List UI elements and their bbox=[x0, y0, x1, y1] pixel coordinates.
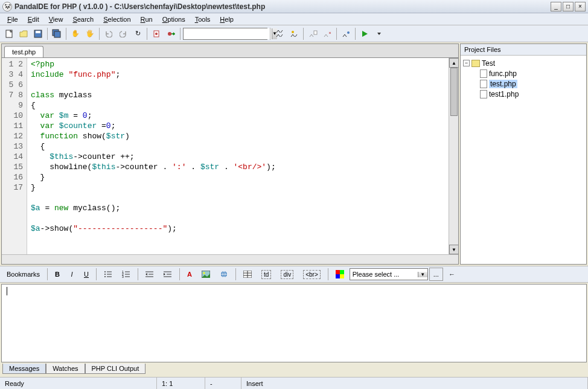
bookmark-go-button[interactable] bbox=[164, 27, 177, 40]
editor-pane: test.php 1 2 3 4 5 6 7 8 9 10 11 12 13 1… bbox=[1, 43, 459, 265]
hand-tool-alt-button[interactable]: 🖐 bbox=[83, 27, 97, 40]
tree-file-label: func.php bbox=[489, 69, 517, 78]
editor-tab-test-php[interactable]: test.php bbox=[4, 46, 43, 57]
code-area[interactable]: <?phpinclude "func.php"; class myclass{ … bbox=[27, 58, 449, 254]
menu-help[interactable]: Help bbox=[215, 14, 238, 24]
bookmark-button[interactable] bbox=[150, 27, 163, 40]
bottom-tabs: MessagesWatchesPHP CLI Output bbox=[0, 364, 588, 377]
new-file-button[interactable] bbox=[2, 27, 16, 40]
snippet-dropdown-button[interactable]: ▼ bbox=[418, 272, 427, 277]
tree-file[interactable]: func.php bbox=[463, 68, 584, 79]
td-tag-button[interactable]: td bbox=[257, 268, 275, 281]
run-menu-button[interactable] bbox=[372, 27, 386, 40]
number-list-button[interactable]: 123 bbox=[118, 268, 135, 281]
underline-button[interactable]: U bbox=[80, 268, 93, 281]
close-button[interactable]: × bbox=[575, 2, 586, 11]
collapse-icon[interactable]: − bbox=[463, 60, 470, 66]
file-icon bbox=[480, 80, 487, 88]
menu-run[interactable]: Run bbox=[136, 14, 158, 24]
menu-file[interactable]: File bbox=[2, 14, 23, 24]
find-replace-button[interactable] bbox=[339, 27, 353, 40]
svg-rect-40 bbox=[336, 274, 340, 278]
table-button[interactable] bbox=[239, 268, 256, 281]
menu-view[interactable]: View bbox=[44, 14, 68, 24]
bullet-list-button[interactable] bbox=[100, 268, 117, 281]
svg-rect-4 bbox=[54, 31, 60, 37]
svg-point-7 bbox=[168, 32, 171, 36]
color-picker-button[interactable] bbox=[331, 268, 348, 281]
find-in-files-button[interactable] bbox=[306, 27, 319, 40]
back-nav-button[interactable]: ← bbox=[444, 268, 459, 281]
save-button[interactable] bbox=[31, 27, 45, 40]
output-area[interactable] bbox=[1, 284, 587, 362]
svg-point-30 bbox=[203, 272, 205, 274]
status-dash: - bbox=[205, 378, 241, 389]
app-icon: 🐼 bbox=[2, 2, 12, 11]
tree-root-label: Test bbox=[482, 59, 495, 68]
run-button[interactable] bbox=[358, 27, 371, 40]
search-combo[interactable]: ▼ bbox=[183, 28, 267, 40]
title-bar: 🐼 PandaIDE for PHP ( v1.0.0 ) - C:\Users… bbox=[0, 0, 588, 13]
italic-button[interactable]: I bbox=[65, 268, 78, 281]
horizontal-scrollbar[interactable] bbox=[2, 254, 458, 264]
indent-button[interactable] bbox=[159, 268, 176, 281]
tree-file[interactable]: test1.php bbox=[463, 89, 584, 99]
div-tag-button[interactable]: div bbox=[276, 268, 298, 281]
menu-tools[interactable]: Tools bbox=[190, 14, 216, 24]
scroll-thumb[interactable] bbox=[450, 68, 458, 116]
menu-options[interactable]: Options bbox=[158, 14, 190, 24]
find-button[interactable] bbox=[273, 27, 286, 40]
save-all-button[interactable] bbox=[50, 27, 63, 40]
reload-button[interactable]: ↻ bbox=[131, 27, 144, 40]
minimize-button[interactable]: _ bbox=[551, 2, 561, 11]
vertical-scrollbar[interactable]: ▲ ▼ bbox=[449, 58, 458, 254]
redo-button[interactable] bbox=[117, 27, 130, 40]
menu-edit[interactable]: Edit bbox=[23, 14, 44, 24]
file-icon bbox=[480, 69, 487, 78]
bookmarks-button[interactable]: Bookmarks bbox=[2, 268, 44, 281]
svg-point-13 bbox=[104, 274, 106, 275]
folder-icon bbox=[471, 60, 480, 67]
line-gutter: 1 2 3 4 5 6 7 8 9 10 11 12 13 14 15 16 1… bbox=[2, 58, 27, 254]
svg-rect-9 bbox=[314, 31, 317, 34]
snippet-select[interactable]: Please select ... ▼ bbox=[350, 268, 428, 280]
svg-rect-39 bbox=[340, 270, 344, 274]
tree-file[interactable]: test.php bbox=[463, 79, 584, 89]
link-button[interactable] bbox=[216, 268, 232, 281]
svg-rect-2 bbox=[36, 31, 40, 33]
status-mode: Insert bbox=[241, 378, 588, 389]
more-button[interactable]: ... bbox=[429, 268, 443, 281]
hand-tool-button[interactable]: ✋ bbox=[69, 27, 82, 40]
svg-point-6 bbox=[155, 33, 158, 35]
font-color-button[interactable]: A bbox=[183, 268, 196, 281]
replace-button[interactable] bbox=[321, 27, 334, 40]
tree-root[interactable]: −Test bbox=[463, 58, 584, 68]
search-input[interactable] bbox=[184, 28, 272, 39]
tree-file-label: test1.php bbox=[489, 90, 519, 98]
scroll-down-button[interactable]: ▼ bbox=[449, 245, 458, 254]
br-tag-button[interactable]: <br> bbox=[299, 268, 325, 281]
open-file-button[interactable] bbox=[17, 27, 30, 40]
menu-bar: FileEditViewSearchSelectionRunOptionsToo… bbox=[0, 13, 588, 25]
bottom-tab-messages[interactable]: Messages bbox=[2, 364, 46, 374]
find-next-button[interactable] bbox=[287, 27, 301, 40]
editor-body: 1 2 3 4 5 6 7 8 9 10 11 12 13 14 15 16 1… bbox=[2, 57, 458, 254]
undo-button[interactable] bbox=[102, 27, 115, 40]
outdent-button[interactable] bbox=[141, 268, 158, 281]
snippet-select-text: Please select ... bbox=[350, 271, 418, 278]
project-tree: −Testfunc.phptest.phptest1.php bbox=[461, 56, 586, 264]
svg-point-11 bbox=[104, 271, 106, 272]
svg-text:3: 3 bbox=[122, 275, 124, 278]
scroll-up-button[interactable]: ▲ bbox=[449, 58, 458, 68]
maximize-button[interactable]: □ bbox=[563, 2, 574, 11]
menu-selection[interactable]: Selection bbox=[98, 14, 135, 24]
svg-rect-41 bbox=[340, 274, 344, 278]
image-button[interactable] bbox=[197, 268, 214, 281]
file-icon bbox=[480, 90, 487, 98]
bottom-tab-watches[interactable]: Watches bbox=[46, 364, 85, 374]
svg-point-15 bbox=[104, 276, 106, 277]
main-area: test.php 1 2 3 4 5 6 7 8 9 10 11 12 13 1… bbox=[0, 42, 588, 266]
menu-search[interactable]: Search bbox=[68, 14, 98, 24]
bold-button[interactable]: B bbox=[51, 268, 64, 281]
bottom-tab-php-cli-output[interactable]: PHP CLI Output bbox=[85, 364, 146, 374]
